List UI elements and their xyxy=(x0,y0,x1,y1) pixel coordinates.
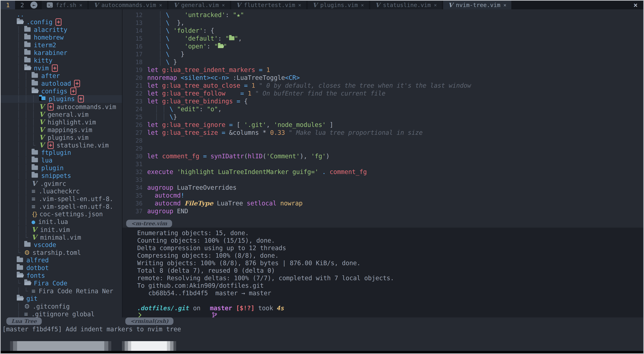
tab-nvim-tree.vim[interactable]: Vnvim-tree.vim × xyxy=(443,1,511,9)
tree-item-vscode[interactable]: │ vscode xyxy=(1,241,122,249)
code-line[interactable]: 31 xyxy=(122,160,643,168)
code-line[interactable]: 14 │ \ 'folder': { xyxy=(122,27,643,34)
tree-item-alfred[interactable]: alfred xyxy=(1,257,122,264)
code-line[interactable]: 29 xyxy=(122,144,643,152)
tree-item-nvim[interactable]: │ nvim+ xyxy=(1,64,122,72)
tree-item-general.vim[interactable]: │ │ │ Vgeneral.vim xyxy=(1,110,122,118)
code-line[interactable]: 35 autocmd! xyxy=(122,192,643,199)
code-line[interactable]: 36 autocmd FileType LuaTree setlocal now… xyxy=(122,199,643,207)
code-line[interactable]: 21let g:lua_tree_auto_close = 1 " 0 by d… xyxy=(122,82,643,89)
tab-statusline.vim[interactable]: Vstatusline.vim × xyxy=(370,1,442,9)
tree-item-fonts[interactable]: fonts xyxy=(1,272,122,280)
tree-item-iterm2[interactable]: │ iterm2 xyxy=(1,41,122,49)
terminal-line: Writing objects: 100% (8/8), 876 bytes |… xyxy=(137,259,643,267)
code-line[interactable]: 19let g:lua_tree_indent_markers = 1 xyxy=(122,66,643,74)
tree-item-plugins[interactable]: │ │ │ plugins+ xyxy=(1,95,122,103)
tab-close-icon[interactable]: × xyxy=(298,2,301,8)
tab-label: fzf.sh xyxy=(56,2,76,8)
code-editor[interactable]: 12 │ \ 'untracked': "★"13 │ \ },14 │ \ '… xyxy=(122,9,643,220)
tree-item-init.lua[interactable]: │ │ ●init.lua xyxy=(1,218,122,226)
tab-close-icon[interactable]: × xyxy=(361,2,364,8)
tree-item-.gitignore_global[interactable]: │ ≡.gitignore_global xyxy=(1,310,122,318)
code-line[interactable]: 30let comment_fg = synIDattr(hlID('Comme… xyxy=(122,152,643,160)
code-line[interactable]: 15 │ \ 'default': "", xyxy=(122,34,643,42)
line-number: 14 xyxy=(122,27,147,35)
tree-item-git[interactable]: git xyxy=(1,295,122,303)
tree-item-kitty[interactable]: │ kitty xyxy=(1,57,122,64)
tree-item-autoload[interactable]: │ │ autoload+ xyxy=(1,80,122,87)
tree-item-Fira Code Retina Ner[interactable]: │ └ ≡Fira Code Retina Ner xyxy=(1,287,122,295)
gear-icon: ⚙ xyxy=(24,249,30,256)
tree-item-after[interactable]: │ │ after xyxy=(1,72,122,80)
tree-item-.luacheckrc[interactable]: │ │ ≡.luacheckrc xyxy=(1,187,122,195)
tab-autocommands.vim[interactable]: Vautocommands.vim × xyxy=(89,1,167,9)
tree-item-init.vim[interactable]: │ │ Vinit.vim xyxy=(1,226,122,233)
tree-item-autocommands.vim[interactable]: │ │ │ V+autocommands.vim xyxy=(1,103,122,110)
tree-item-plugins.vim[interactable]: │ │ │ Vplugins.vim xyxy=(1,134,122,141)
code-line[interactable]: 33 xyxy=(122,176,643,184)
tree-item-mappings.vim[interactable]: │ │ │ Vmappings.vim xyxy=(1,126,122,134)
tree-item-minimal.vim[interactable]: │ └ Vminimal.vim xyxy=(1,233,122,241)
file-tree: ...config+│ alacritty│ homebrew│ iterm2│… xyxy=(1,9,122,318)
tab-close-icon[interactable]: × xyxy=(503,2,506,8)
session-pill-dotfiles[interactable]: .dotfiles xyxy=(122,341,176,351)
code-line[interactable]: 13 │ \ }, xyxy=(122,19,643,27)
code-line[interactable]: 25 │ │ \} xyxy=(122,113,643,121)
vim-file-icon: V xyxy=(32,233,37,241)
tree-item-plugin[interactable]: │ │ plugin xyxy=(1,164,122,172)
tree-item-highlight.vim[interactable]: │ │ │ Vhighlight.vim xyxy=(1,118,122,126)
code-line[interactable]: 16 │ \ 'open': "" xyxy=(122,42,643,50)
tree-item-lua[interactable]: │ │ lua xyxy=(1,157,122,164)
tree-item-ftplugin[interactable]: │ │ ftplugin xyxy=(1,149,122,157)
tree-item-coc-settings.json[interactable]: │ │ {}coc-settings.json xyxy=(1,210,122,218)
tab-close-icon[interactable]: × xyxy=(79,2,82,8)
tree-item-starship.toml[interactable]: └ ⚙starship.toml xyxy=(1,249,122,257)
terminal-pane[interactable]: Enumerating objects: 15, done.Counting o… xyxy=(122,228,643,318)
code-line[interactable]: 28 xyxy=(122,137,643,144)
tab-plugins.vim[interactable]: Vplugins.vim × xyxy=(308,1,369,9)
tree-item-homebrew[interactable]: │ homebrew xyxy=(1,34,122,41)
tree-item-Fira Code[interactable]: └ Fira Code xyxy=(1,280,122,287)
tab-number-2[interactable]: 2 xyxy=(15,1,30,9)
tree-item-statusline.vim[interactable]: │ │ └ V+statusline.vim xyxy=(1,141,122,149)
tab-number-1[interactable]: 1 xyxy=(1,1,15,9)
code-line[interactable]: 32execute 'highlight LuaTreeIndentMarker… xyxy=(122,168,643,176)
tree-item-..[interactable]: .. xyxy=(1,11,122,18)
tab-general.vim[interactable]: Vgeneral.vim × xyxy=(168,1,230,9)
tab-close-icon[interactable]: × xyxy=(222,2,225,8)
tree-item-.vim-spell-en.utf-8.[interactable]: │ │ ≡.vim-spell-en.utf-8. xyxy=(1,195,122,203)
code-line[interactable]: 37augroup END xyxy=(122,207,643,215)
tree-item-snippets[interactable]: │ │ snippets xyxy=(1,172,122,180)
code-line[interactable]: 34augroup LuaTreeOverrides xyxy=(122,184,643,192)
code-line[interactable]: 22let g:lua_tree_follow = 1 " On bufEnte… xyxy=(122,89,643,97)
tab-close-icon[interactable]: × xyxy=(159,2,162,8)
close-all-button[interactable]: × xyxy=(634,1,643,9)
message-line: [master f1bd4f5] Add indent markers to n… xyxy=(1,325,643,333)
tab-close-icon[interactable]: × xyxy=(434,2,437,8)
code-line[interactable]: 24 │ │ \ "edit": "o", xyxy=(122,105,643,113)
code-line[interactable]: 12 │ \ 'untracked': "★" xyxy=(122,11,643,19)
code-line[interactable]: 27let g:lua_tree_size = &columns * 0.33 … xyxy=(122,129,643,137)
tree-item-dotbot[interactable]: dotbot xyxy=(1,264,122,272)
tree-item-.gvimrc[interactable]: │ │ V.gvimrc xyxy=(1,180,122,187)
editor-statusline: <m-tree.vim xyxy=(122,220,643,228)
tree-item-.gitconfig[interactable]: │ ⚙.gitconfig xyxy=(1,303,122,310)
tree-item-configs[interactable]: │ │ configs+ xyxy=(1,87,122,95)
line-number: 17 xyxy=(122,50,147,58)
tree-item-.vim-spell-en.utf-8.[interactable]: │ │ ≡.vim-spell-en.utf-8. xyxy=(1,203,122,210)
history-back-button[interactable]: ← xyxy=(30,1,40,9)
session-pill-opportunity-cost[interactable]: □ opportunity_cost xyxy=(10,341,111,351)
tree-item-label: vscode xyxy=(34,241,56,249)
code-line[interactable]: 17 │ \ } xyxy=(122,50,643,58)
tree-item-alacritty[interactable]: │ alacritty xyxy=(1,26,122,34)
code-line[interactable]: 18 │ \ } xyxy=(122,58,643,66)
code-line[interactable]: 20nnoremap <silent><c-n> :LuaTreeToggle<… xyxy=(122,74,643,82)
code-line[interactable]: 26let g:lua_tree_ignore = [ '.git', 'nod… xyxy=(122,121,643,129)
tab-fzf.sh[interactable]: >_fzf.sh × xyxy=(42,1,88,9)
tree-item-label: .config xyxy=(26,18,52,26)
tree-item-.config[interactable]: .config+ xyxy=(1,18,122,26)
tree-item-karabiner[interactable]: │ karabiner xyxy=(1,49,122,57)
tab-fluttertest.vim[interactable]: Vfluttertest.vim × xyxy=(231,1,306,9)
circle-arrow-left-icon: ← xyxy=(30,1,38,8)
code-line[interactable]: 23let g:lua_tree_bindings = { xyxy=(122,97,643,105)
